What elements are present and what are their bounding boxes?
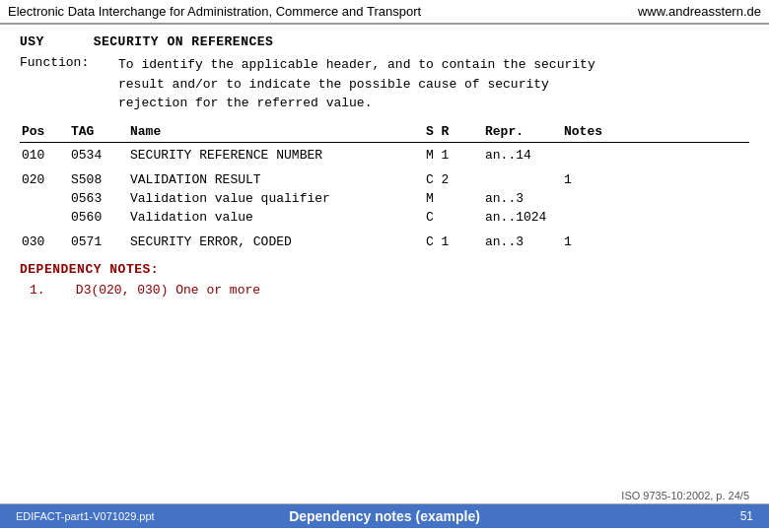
table-row: 010 0534 SECURITY REFERENCE NUMBER M 1 a… <box>20 147 749 164</box>
subtag-sr-0563: M <box>424 190 483 207</box>
slide-footer: EDIFACT-part1-V071029.ppt Dependency not… <box>0 504 769 528</box>
col-notes: Notes <box>562 123 621 140</box>
subtag-sr-0560: C <box>424 209 483 226</box>
col-repr: Repr. <box>483 123 562 140</box>
col-pos: Pos <box>20 123 69 140</box>
subtag-repr-0560: an..1024 <box>483 209 562 226</box>
row-name-010: SECURITY REFERENCE NUMBER <box>128 147 424 164</box>
row-notes-010 <box>562 147 621 149</box>
dependency-number: 1. <box>30 283 45 298</box>
row-name-020: VALIDATION RESULT <box>128 171 424 188</box>
row-tag-010: 0534 <box>69 147 128 164</box>
table-row-020-block: 020 S508 VALIDATION RESULT C 2 1 0563 Va… <box>20 171 749 226</box>
row-tag-030: 0571 <box>69 233 128 250</box>
footer-page-number: 51 <box>740 509 753 523</box>
subtag-tag-0560: 0560 <box>69 209 128 226</box>
dependency-item-1: 1. D3(020, 030) One or more <box>30 283 749 298</box>
function-line3: rejection for the referred value. <box>118 94 749 113</box>
row-notes-030: 1 <box>562 233 621 250</box>
col-tag: TAG <box>69 123 128 140</box>
function-text: To identify the applicable header, and t… <box>118 55 749 113</box>
footer-center-text: Dependency notes (example) <box>289 508 480 524</box>
dependency-text: D3(020, 030) One or more <box>76 283 260 298</box>
col-sr: S R <box>424 123 483 140</box>
header-bar: Electronic Data Interchange for Administ… <box>0 0 769 25</box>
function-row: Function: To identify the applicable hea… <box>20 55 749 113</box>
main-content: USY SECURITY ON REFERENCES Function: To … <box>0 25 769 307</box>
row-repr-030: an..3 <box>483 233 562 250</box>
dependency-section: DEPENDENCY NOTES: 1. D3(020, 030) One or… <box>20 262 749 298</box>
footer-left-text: EDIFACT-part1-V071029.ppt <box>16 510 155 522</box>
table-row-0563: 0563 Validation value qualifier M an..3 <box>20 190 749 207</box>
dependency-title: DEPENDENCY NOTES: <box>20 262 749 277</box>
segment-code: USY <box>20 34 44 49</box>
table-row-0560: 0560 Validation value C an..1024 <box>20 209 749 226</box>
row-sr-010: M 1 <box>424 147 483 164</box>
segment-name: SECURITY ON REFERENCES <box>94 34 274 49</box>
row-notes-020: 1 <box>562 171 621 188</box>
header-title: Electronic Data Interchange for Administ… <box>8 4 421 19</box>
function-line2: result and/or to indicate the possible c… <box>118 75 749 95</box>
iso-ref-text: ISO 9735-10:2002, p. 24/5 <box>621 490 749 501</box>
subtag-notes-0563 <box>562 190 621 192</box>
row-pos-030: 030 <box>20 233 69 250</box>
subtag-repr-0563: an..3 <box>483 190 562 207</box>
row-sr-030: C 1 <box>424 233 483 250</box>
table-row-020: 020 S508 VALIDATION RESULT C 2 1 <box>20 171 749 188</box>
subtag-notes-0560 <box>562 209 621 211</box>
row-sr-020: C 2 <box>424 171 483 188</box>
row-name-030: SECURITY ERROR, CODED <box>128 233 424 250</box>
segment-label: USY SECURITY ON REFERENCES <box>20 34 749 49</box>
row-repr-010: an..14 <box>483 147 562 164</box>
data-table: Pos TAG Name S R Repr. Notes 010 0534 SE… <box>20 123 749 250</box>
col-name: Name <box>128 123 424 140</box>
row-pos-010: 010 <box>20 147 69 164</box>
table-row-030: 030 0571 SECURITY ERROR, CODED C 1 an..3… <box>20 233 749 250</box>
subtag-name-0563: Validation value qualifier <box>128 190 424 207</box>
row-tag-020: S508 <box>69 171 128 188</box>
footer-iso-ref: ISO 9735-10:2002, p. 24/5 <box>0 490 769 504</box>
row-pos-020: 020 <box>20 171 69 188</box>
subtag-name-0560: Validation value <box>128 209 424 226</box>
table-header: Pos TAG Name S R Repr. Notes <box>20 123 749 143</box>
header-url: www.andreasstern.de <box>638 4 761 19</box>
function-label: Function: <box>20 55 118 113</box>
subtag-tag-0563: 0563 <box>69 190 128 207</box>
function-line1: To identify the applicable header, and t… <box>118 55 749 75</box>
row-repr-020 <box>483 171 562 173</box>
